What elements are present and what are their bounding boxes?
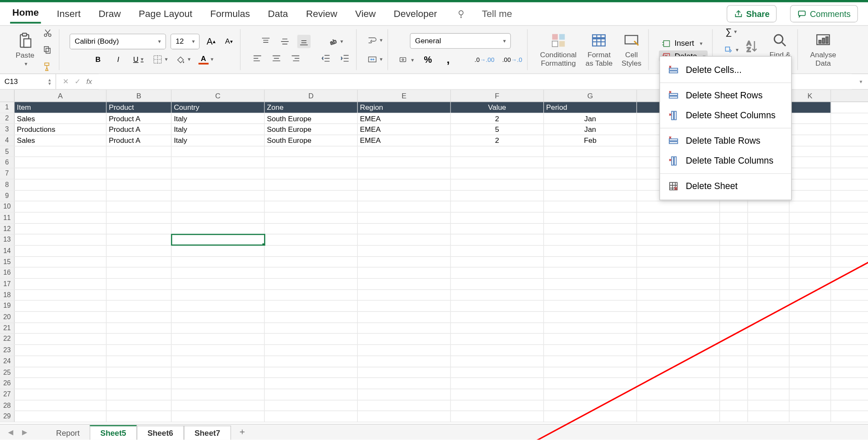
cell-B29[interactable]: [106, 411, 171, 422]
cell-F13[interactable]: [451, 234, 544, 245]
cell-D11[interactable]: [264, 212, 358, 223]
cell-A22[interactable]: [14, 334, 106, 345]
cell-E4[interactable]: EMEA: [358, 135, 451, 146]
delete-menu-delete-sheet-rows[interactable]: Delete Sheet Rows: [660, 85, 791, 106]
align-left-icon[interactable]: [251, 51, 264, 65]
cell-J12[interactable]: [748, 223, 790, 234]
cell-D20[interactable]: [264, 312, 358, 323]
percent-icon[interactable]: %: [421, 53, 435, 67]
cell-K3[interactable]: [790, 124, 831, 135]
cell-G9[interactable]: [544, 190, 637, 201]
row-header-20[interactable]: 20: [0, 312, 14, 323]
cell-F22[interactable]: [451, 334, 544, 345]
cell-B27[interactable]: [106, 389, 171, 400]
cell-C18[interactable]: [172, 290, 265, 301]
cell-A25[interactable]: [14, 367, 106, 378]
cell-K6[interactable]: [790, 157, 831, 168]
cell-C27[interactable]: [172, 389, 265, 400]
cell-H12[interactable]: [637, 223, 720, 234]
cell-D26[interactable]: [264, 378, 358, 389]
cell-E29[interactable]: [358, 411, 451, 422]
cell-B26[interactable]: [106, 378, 171, 389]
cell-K17[interactable]: [790, 279, 831, 290]
ribbon-tab-draw[interactable]: Draw: [96, 5, 123, 22]
cell-D10[interactable]: [264, 201, 358, 212]
cell-B5[interactable]: [106, 146, 171, 157]
insert-cells-button[interactable]: Insert▾: [659, 38, 708, 49]
cell-G22[interactable]: [544, 334, 637, 345]
cell-D19[interactable]: [264, 301, 358, 312]
column-header-B[interactable]: B: [106, 90, 171, 102]
cell-E21[interactable]: [358, 323, 451, 334]
cell-H19[interactable]: [637, 301, 720, 312]
row-header-7[interactable]: 7: [0, 168, 14, 179]
cell-B8[interactable]: [106, 179, 171, 190]
cell-I10[interactable]: [720, 201, 748, 212]
cell-D21[interactable]: [264, 323, 358, 334]
cell-I14[interactable]: [720, 245, 748, 256]
cell-D4[interactable]: South Europe: [264, 135, 358, 146]
cell-A19[interactable]: [14, 301, 106, 312]
cell-A26[interactable]: [14, 378, 106, 389]
cell-F17[interactable]: [451, 279, 544, 290]
cell-C21[interactable]: [172, 323, 265, 334]
cell-E6[interactable]: [358, 157, 451, 168]
cell-I29[interactable]: [720, 411, 748, 422]
expand-formula-bar-icon[interactable]: ▾: [854, 78, 868, 85]
column-header-C[interactable]: C: [172, 90, 265, 102]
cell-A12[interactable]: [14, 223, 106, 234]
cell-K21[interactable]: [790, 323, 831, 334]
cell-G29[interactable]: [544, 411, 637, 422]
cell-K1[interactable]: [790, 102, 831, 113]
cell-H15[interactable]: [637, 256, 720, 267]
cell-K26[interactable]: [790, 378, 831, 389]
cell-C4[interactable]: Italy: [172, 135, 265, 146]
cell-A18[interactable]: [14, 290, 106, 301]
cell-D25[interactable]: [264, 367, 358, 378]
cell-D1[interactable]: Zone: [264, 102, 358, 113]
cell-A23[interactable]: [14, 345, 106, 356]
cell-G28[interactable]: [544, 400, 637, 411]
cell-G25[interactable]: [544, 367, 637, 378]
cell-H28[interactable]: [637, 400, 720, 411]
row-header-19[interactable]: 19: [0, 301, 14, 312]
cell-C29[interactable]: [172, 411, 265, 422]
cell-D8[interactable]: [264, 179, 358, 190]
sheet-nav-next[interactable]: ▶: [19, 428, 31, 436]
cell-C12[interactable]: [172, 223, 265, 234]
accept-formula-icon[interactable]: ✓: [75, 78, 81, 86]
tellme-label[interactable]: Tell me: [482, 8, 512, 19]
cell-H18[interactable]: [637, 290, 720, 301]
autosum-icon[interactable]: ∑▾: [723, 25, 739, 39]
cell-H10[interactable]: [637, 201, 720, 212]
cell-I21[interactable]: [720, 323, 748, 334]
cell-J29[interactable]: [748, 411, 790, 422]
row-header-5[interactable]: 5: [0, 146, 14, 157]
cell-C17[interactable]: [172, 279, 265, 290]
delete-menu-delete-table-rows[interactable]: Delete Table Rows: [660, 131, 791, 151]
cell-E15[interactable]: [358, 256, 451, 267]
cell-K9[interactable]: [790, 190, 831, 201]
cell-E10[interactable]: [358, 201, 451, 212]
fill-color-button[interactable]: ▾: [175, 53, 191, 66]
cell-G3[interactable]: Jan: [544, 124, 637, 135]
cell-J13[interactable]: [748, 234, 790, 245]
cell-A14[interactable]: [14, 245, 106, 256]
cell-C2[interactable]: Italy: [172, 113, 265, 124]
cell-F24[interactable]: [451, 356, 544, 367]
align-top-icon[interactable]: [259, 34, 273, 48]
cell-G8[interactable]: [544, 179, 637, 190]
row-header-24[interactable]: 24: [0, 356, 14, 367]
cell-C6[interactable]: [172, 157, 265, 168]
cell-B15[interactable]: [106, 256, 171, 267]
cell-C28[interactable]: [172, 400, 265, 411]
cell-A28[interactable]: [14, 400, 106, 411]
cell-D22[interactable]: [264, 334, 358, 345]
font-name-select[interactable]: Calibri (Body)▾: [70, 33, 166, 49]
cell-A4[interactable]: Sales: [14, 135, 106, 146]
cell-B21[interactable]: [106, 323, 171, 334]
cell-E9[interactable]: [358, 190, 451, 201]
row-header-23[interactable]: 23: [0, 345, 14, 356]
cell-G7[interactable]: [544, 168, 637, 179]
cell-C16[interactable]: [172, 267, 265, 278]
